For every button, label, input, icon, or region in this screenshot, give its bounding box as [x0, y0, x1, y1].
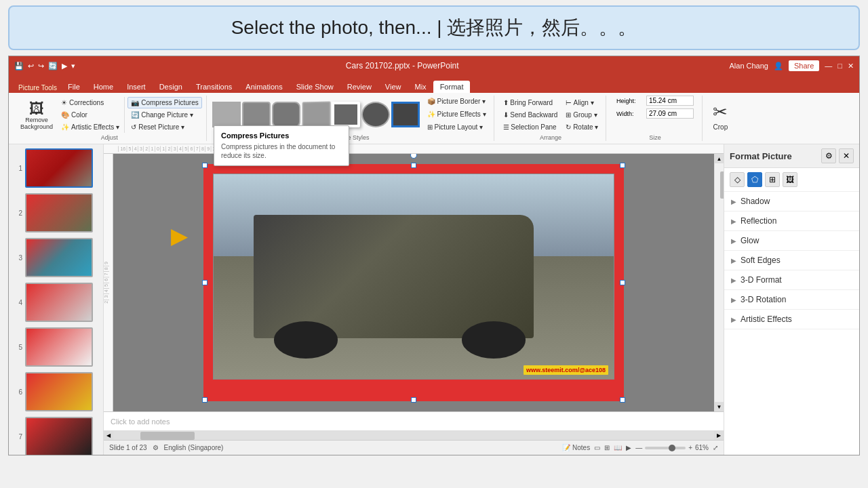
send-backward-button[interactable]: ⬇ Send Backward	[500, 109, 561, 121]
pic-style-3[interactable]	[272, 102, 300, 127]
slide-image-1[interactable]	[25, 148, 93, 188]
share-button[interactable]: Share	[789, 60, 819, 71]
format-settings-icon[interactable]: ⚙	[821, 148, 836, 163]
picture-effects-button[interactable]: ✨ Picture Effects ▾	[424, 108, 490, 120]
compress-pictures-button[interactable]: 📷 Compress Pictures	[127, 97, 201, 108]
crop-button[interactable]: ✂ Crop	[709, 98, 731, 134]
format-section-3d-rotation[interactable]: ▶ 3-D Rotation	[724, 290, 859, 310]
slide-image-7[interactable]	[25, 417, 93, 455]
format-section-reflection[interactable]: ▶ Reflection	[724, 211, 859, 231]
slide-image-5[interactable]	[25, 327, 93, 367]
notes-area[interactable]: Click to add notes	[104, 411, 724, 430]
format-tab-fill[interactable]: ◇	[730, 172, 745, 187]
slide-thumb-5[interactable]: 5	[12, 326, 100, 368]
scroll-thumb[interactable]	[720, 171, 724, 199]
handle-top-right[interactable]	[620, 163, 625, 168]
format-section-shadow[interactable]: ▶ Shadow	[724, 192, 859, 211]
pic-style-1[interactable]	[212, 102, 241, 127]
tab-design[interactable]: Design	[153, 81, 189, 93]
remove-background-button[interactable]: 🖼 RemoveBackground	[17, 100, 56, 133]
sync-icon[interactable]: 🔄	[48, 62, 58, 70]
rotate-handle[interactable]	[410, 154, 417, 159]
reset-picture-button[interactable]: ↺ Reset Picture ▾	[127, 121, 201, 133]
h-scroll-thumb[interactable]	[140, 432, 195, 440]
zoom-in-btn[interactable]: +	[688, 444, 692, 451]
view-reading-btn[interactable]: 📖	[614, 444, 622, 451]
pic-style-7[interactable]	[391, 102, 420, 127]
tab-home[interactable]: Home	[87, 81, 120, 93]
present-icon[interactable]: ▶	[62, 62, 67, 70]
handle-bottom-middle[interactable]	[411, 397, 416, 403]
color-button[interactable]: 🎨Color	[58, 109, 123, 121]
picture-border-button[interactable]: 📦 Picture Border ▾	[424, 96, 490, 107]
format-tab-picture[interactable]: 🖼	[783, 172, 797, 187]
picture-layout-button[interactable]: ⊞ Picture Layout ▾	[424, 121, 490, 133]
pic-style-5[interactable]	[332, 102, 360, 127]
slide-canvas[interactable]: www.steemit.com/@ace108 ▶	[203, 164, 624, 401]
slide-thumb-6[interactable]: 6	[12, 371, 100, 413]
close-btn[interactable]: ✕	[848, 62, 854, 70]
accessibility-icon[interactable]: ⚙	[153, 444, 159, 451]
format-section-3d-format[interactable]: ▶ 3-D Format	[724, 270, 859, 290]
slide-thumb-4[interactable]: 4	[12, 281, 100, 323]
rotate-button[interactable]: ↻ Rotate ▾	[562, 121, 601, 133]
minimize-btn[interactable]: —	[825, 62, 832, 70]
change-picture-button[interactable]: 🔄 Change Picture ▾	[127, 109, 201, 121]
fit-window-btn[interactable]: ⤢	[713, 444, 718, 451]
customize-icon[interactable]: ▾	[71, 62, 75, 70]
undo-icon[interactable]: ↩	[28, 62, 34, 70]
zoom-out-btn[interactable]: —	[635, 444, 642, 451]
artistic-effects-button[interactable]: ✨Artistic Effects▾	[58, 121, 123, 133]
format-section-soft-edges[interactable]: ▶ Soft Edges	[724, 251, 859, 270]
corrections-button[interactable]: ☀Corrections	[58, 97, 123, 108]
canvas-area[interactable]: www.steemit.com/@ace108 ▶	[113, 154, 714, 411]
notes-btn[interactable]: 📝 Notes	[562, 444, 590, 451]
handle-middle-right[interactable]	[620, 280, 625, 285]
tab-mix[interactable]: Mix	[408, 81, 433, 93]
handle-top-middle[interactable]	[411, 163, 416, 168]
view-presenter-btn[interactable]: ▶	[626, 444, 631, 451]
handle-bottom-right[interactable]	[620, 397, 625, 403]
slide-thumb-2[interactable]: 2	[12, 192, 100, 234]
scroll-up-btn[interactable]: ▲	[715, 154, 724, 163]
pic-style-4[interactable]	[302, 101, 330, 127]
zoom-slider[interactable]	[645, 447, 686, 449]
tab-file[interactable]: File	[61, 81, 87, 93]
redo-icon[interactable]: ↪	[38, 62, 44, 70]
pic-style-6[interactable]	[361, 102, 390, 127]
tab-review[interactable]: Review	[340, 81, 378, 93]
slide-thumb-1[interactable]: 1	[12, 147, 100, 189]
align-button[interactable]: ⊢ Align ▾	[562, 97, 601, 108]
tab-transitions[interactable]: Transitions	[189, 81, 239, 93]
slide-image-2[interactable]	[25, 193, 93, 232]
selection-pane-button[interactable]: ☰ Selection Pane	[500, 121, 561, 133]
handle-top-left[interactable]	[202, 163, 208, 168]
slide-thumb-3[interactable]: 3	[12, 237, 100, 279]
pic-style-2[interactable]	[242, 102, 271, 127]
account-icon[interactable]: 👤	[774, 62, 783, 70]
bring-forward-button[interactable]: ⬆ Bring Forward	[500, 97, 561, 108]
format-section-glow[interactable]: ▶ Glow	[724, 231, 859, 251]
slide-thumb-7[interactable]: 7	[12, 415, 100, 455]
scroll-right-btn[interactable]: ▶	[714, 431, 724, 441]
view-normal-btn[interactable]: ▭	[594, 444, 600, 451]
handle-middle-left[interactable]	[202, 280, 208, 285]
handle-bottom-left[interactable]	[202, 397, 208, 403]
scroll-left-btn[interactable]: ◀	[104, 431, 113, 441]
tab-animations[interactable]: Animations	[239, 81, 289, 93]
format-close-icon[interactable]: ✕	[839, 148, 854, 163]
maximize-btn[interactable]: □	[837, 62, 842, 70]
tab-format[interactable]: Format	[433, 81, 471, 93]
group-button[interactable]: ⊞ Group ▾	[562, 109, 601, 121]
slide-image-3[interactable]	[25, 238, 93, 277]
tab-insert[interactable]: Insert	[120, 81, 153, 93]
view-slide-btn[interactable]: ⊞	[604, 444, 610, 451]
format-tab-layout[interactable]: ⊞	[765, 172, 780, 187]
tab-slideshow[interactable]: Slide Show	[290, 81, 340, 93]
width-input[interactable]	[646, 108, 694, 119]
format-section-artistic-effects[interactable]: ▶ Artistic Effects	[724, 310, 859, 329]
format-tab-effects[interactable]: ⬠	[747, 172, 762, 187]
scroll-down-btn[interactable]: ▼	[715, 402, 724, 411]
height-input[interactable]	[646, 96, 694, 106]
slide-image-4[interactable]	[25, 283, 93, 322]
